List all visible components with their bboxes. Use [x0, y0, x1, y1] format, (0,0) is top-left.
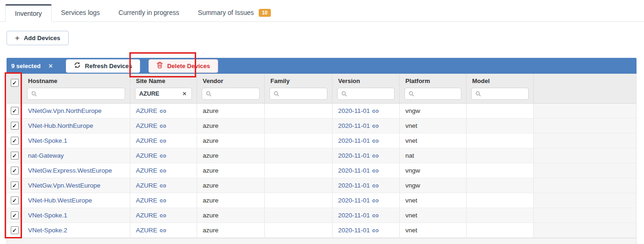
row-checkbox[interactable]: ✓ — [11, 167, 19, 174]
clear-selection-icon[interactable]: ✕ — [48, 63, 53, 70]
link-icon — [160, 229, 166, 233]
site-link[interactable]: AZURE — [136, 227, 166, 234]
version-link[interactable]: 2020-11-01 — [338, 197, 379, 204]
site-link[interactable]: AZURE — [136, 182, 166, 189]
select-all-checkbox[interactable]: ✓ — [11, 79, 19, 87]
site-name-filter[interactable]: ✕ — [135, 88, 192, 100]
hostname-link[interactable]: VNet-Spoke.2 — [28, 227, 67, 234]
vendor-filter-input[interactable] — [214, 91, 255, 97]
link-icon — [372, 169, 379, 173]
hostname-link[interactable]: VNetGw.Express.WestEurope — [28, 167, 112, 174]
search-icon — [475, 91, 481, 97]
table-row[interactable]: ✓ VNetGw.Vpn.WestEurope AZURE azure 2020… — [7, 178, 636, 193]
row-select-cell: ✓ — [7, 193, 22, 208]
platform-filter-input[interactable] — [417, 91, 457, 97]
hostname-link[interactable]: VNet-Hub.NorthEurope — [28, 122, 93, 129]
table-row[interactable]: ✓ nat-Gateway AZURE azure 2020-11-01 nat — [7, 148, 636, 163]
filler-cell — [534, 119, 636, 133]
family-cell — [265, 119, 333, 133]
model-filter[interactable] — [471, 88, 529, 100]
platform-filter[interactable] — [404, 88, 461, 100]
add-devices-button[interactable]: + Add Devices — [7, 31, 69, 45]
version-filter-input[interactable] — [350, 91, 390, 97]
row-checkbox[interactable]: ✓ — [11, 137, 19, 145]
vendor-cell: azure — [197, 223, 265, 237]
hostname-cell: VNetGw.Express.WestEurope — [22, 163, 130, 178]
table-row[interactable]: ✓ VNet-Spoke.2 AZURE azure 2020-11-01 vn… — [7, 223, 636, 238]
hostname-cell: VNet-Hub.WestEurope — [22, 193, 130, 208]
filler-cell — [534, 104, 636, 118]
version-link[interactable]: 2020-11-01 — [338, 212, 379, 219]
table-row[interactable]: ✓ VNet-Hub.WestEurope AZURE azure 2020-1… — [7, 193, 636, 208]
search-icon — [31, 91, 37, 97]
table-row[interactable]: ✓ VNet-Spoke.1 AZURE azure 2020-11-01 vn… — [7, 208, 636, 223]
model-cell — [467, 133, 534, 148]
row-checkbox[interactable]: ✓ — [11, 196, 19, 204]
vendor-filter[interactable] — [202, 88, 260, 100]
hostname-link[interactable]: nat-Gateway — [28, 152, 64, 159]
site-link[interactable]: AZURE — [136, 212, 166, 219]
site-link[interactable]: AZURE — [136, 197, 166, 204]
link-icon — [160, 184, 166, 188]
delete-devices-button[interactable]: Delete Devices — [149, 59, 218, 73]
header-filler — [534, 74, 636, 103]
table-row[interactable]: ✓ VNet-Hub.NorthEurope AZURE azure 2020-… — [7, 119, 636, 133]
hostname-link[interactable]: VNetGw.Vpn.NorthEurope — [28, 107, 102, 114]
hostname-link[interactable]: VNetGw.Vpn.WestEurope — [28, 182, 100, 189]
family-cell — [265, 223, 333, 237]
row-checkbox[interactable]: ✓ — [11, 181, 19, 189]
site-link[interactable]: AZURE — [136, 137, 166, 144]
hostname-filter[interactable] — [27, 88, 125, 100]
table-row[interactable]: ✓ VNetGw.Vpn.NorthEurope AZURE azure 202… — [7, 104, 636, 119]
link-icon — [160, 199, 166, 203]
version-link[interactable]: 2020-11-01 — [338, 167, 379, 174]
model-filter-input[interactable] — [484, 91, 524, 97]
clear-filter-icon[interactable]: ✕ — [181, 91, 188, 97]
row-checkbox[interactable]: ✓ — [11, 211, 19, 219]
site-name-filter-input[interactable] — [139, 91, 178, 97]
tab-label: Inventory — [15, 10, 42, 17]
tab-inventory[interactable]: Inventory — [5, 4, 52, 22]
version-link[interactable]: 2020-11-01 — [338, 182, 379, 189]
row-checkbox[interactable]: ✓ — [11, 122, 19, 130]
version-link[interactable]: 2020-11-01 — [338, 122, 379, 129]
header-version: Version — [333, 74, 400, 103]
device-table: 9 selected ✕ Refresh Devices Delete Devi… — [7, 58, 637, 244]
row-checkbox[interactable]: ✓ — [11, 152, 19, 160]
row-checkbox[interactable]: ✓ — [11, 107, 19, 115]
version-link[interactable]: 2020-11-01 — [338, 137, 379, 144]
link-icon — [372, 199, 379, 203]
version-link[interactable]: 2020-11-01 — [338, 227, 379, 234]
site-link[interactable]: AZURE — [136, 152, 166, 159]
platform-cell: vnet — [400, 208, 467, 223]
hostname-link[interactable]: VNet-Hub.WestEurope — [28, 197, 92, 204]
tab-currently-in-progress[interactable]: Currently in progress — [109, 4, 189, 21]
site-link[interactable]: AZURE — [136, 122, 166, 129]
row-checkbox[interactable]: ✓ — [11, 226, 19, 234]
site-link[interactable]: AZURE — [136, 107, 166, 114]
header-site-name: Site Name ✕ — [130, 74, 197, 103]
table-row[interactable]: ✓ VNet-Spoke.1 AZURE azure 2020-11-01 vn… — [7, 133, 636, 148]
refresh-devices-button[interactable]: Refresh Devices — [66, 59, 140, 73]
family-filter[interactable] — [269, 88, 327, 100]
hostname-link[interactable]: VNet-Spoke.1 — [28, 137, 67, 144]
version-filter[interactable] — [337, 88, 395, 100]
tab-summary-of-issues[interactable]: Summary of Issues 10 — [189, 4, 280, 21]
version-link[interactable]: 2020-11-01 — [338, 107, 379, 114]
family-filter-input[interactable] — [282, 91, 323, 97]
tab-label: Summary of Issues — [198, 9, 254, 16]
hostname-filter-input[interactable] — [40, 91, 121, 97]
version-cell: 2020-11-01 — [333, 133, 400, 148]
search-icon — [409, 91, 414, 97]
search-icon — [206, 91, 212, 97]
platform-cell: vnet — [400, 119, 467, 133]
version-cell: 2020-11-01 — [333, 163, 400, 178]
site-link[interactable]: AZURE — [136, 167, 166, 174]
hostname-link[interactable]: VNet-Spoke.1 — [28, 212, 67, 219]
issues-count-badge: 10 — [259, 9, 271, 17]
table-row[interactable]: ✓ VNetGw.Express.WestEurope AZURE azure … — [7, 163, 636, 178]
family-cell — [265, 193, 333, 208]
tab-services-logs[interactable]: Services logs — [52, 4, 109, 21]
row-select-cell: ✓ — [7, 133, 22, 148]
version-link[interactable]: 2020-11-01 — [338, 152, 379, 159]
